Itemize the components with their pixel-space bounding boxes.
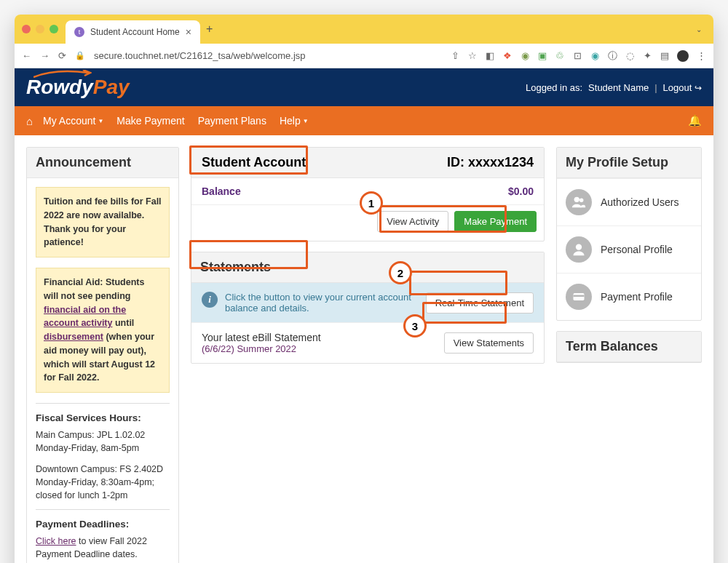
home-icon[interactable]: ⌂ — [26, 115, 33, 127]
statements-panel: Statements i Click the button to view yo… — [191, 252, 545, 364]
ext-icon[interactable]: ⓘ — [607, 49, 617, 63]
ebill-date: (6/6/22) Summer 2022 — [202, 343, 321, 354]
fiscal-hours-line1: Main Campus: JPL 1.02.02 Monday-Friday, … — [36, 428, 170, 455]
deadlines-title: Payment Deadlines: — [36, 517, 170, 532]
maximize-window-icon[interactable] — [50, 25, 58, 33]
make-payment-button[interactable]: Make Payment — [454, 211, 537, 232]
authorized-users-label: Authorized Users — [601, 196, 678, 208]
info-icon: i — [202, 292, 218, 308]
tab-title: Student Account Home — [90, 27, 180, 37]
back-icon[interactable]: ← — [22, 50, 31, 61]
personal-profile-link[interactable]: Personal Profile — [557, 225, 701, 273]
ext-icon[interactable]: ❖ — [502, 50, 513, 61]
browser-tab[interactable]: t Student Account Home × — [66, 20, 200, 44]
logo-text-1: Rowdy — [26, 76, 93, 98]
minimize-window-icon[interactable] — [36, 25, 44, 33]
user-name: Student Name — [588, 82, 649, 93]
ext-icon[interactable]: ◌ — [625, 50, 635, 61]
deadlines-link[interactable]: Click here — [36, 536, 76, 546]
tab-favicon-icon: t — [74, 27, 84, 37]
student-id: ID: xxxxx1234 — [447, 155, 534, 170]
avatar-icon[interactable] — [677, 50, 689, 62]
main-nav: ⌂ My Account▼ Make Payment Payment Plans… — [15, 106, 713, 135]
tabs-chevron-icon[interactable]: ⌄ — [696, 25, 706, 33]
ext-icon[interactable]: ▤ — [660, 50, 670, 61]
statements-info-banner: i Click the button to view your current … — [191, 283, 544, 322]
ext-icon[interactable]: ◉ — [520, 50, 530, 61]
svg-point-0 — [574, 197, 579, 202]
announcement-alert-1: Tuition and fee bills for Fall 2022 are … — [36, 187, 170, 257]
extension-icons: ⇧ ☆ ◧ ❖ ◉ ▣ ♲ ⊡ ◉ ⓘ ◌ ✦ ▤ ⋮ — [450, 49, 706, 63]
caret-down-icon: ▼ — [303, 118, 309, 124]
disbursement-link[interactable]: disbursement — [44, 332, 103, 342]
ext-icon[interactable]: ⊡ — [572, 50, 582, 61]
deadlines-text: Click here to view Fall 2022 Payment Dea… — [36, 535, 170, 561]
balance-amount: $0.00 — [508, 185, 534, 197]
card-icon — [566, 284, 592, 310]
statements-title: Statements — [191, 252, 544, 283]
caret-down-icon: ▼ — [98, 118, 103, 124]
users-icon — [566, 189, 592, 215]
fiscal-hours-title: Fiscal Services Hours: — [36, 411, 170, 426]
balance-label: Balance — [202, 185, 241, 197]
term-balances-title: Term Balances — [557, 332, 701, 362]
profile-setup-panel: My Profile Setup Authorized Users Person… — [556, 147, 702, 321]
browser-tab-bar: t Student Account Home × + ⌄ — [15, 15, 713, 44]
nav-help[interactable]: Help▼ — [280, 115, 309, 127]
tab-close-icon[interactable]: × — [186, 26, 191, 38]
logo-swoosh-icon — [33, 70, 92, 79]
logout-link[interactable]: Logout ↪ — [663, 82, 702, 93]
logo[interactable]: RowdyPay — [26, 76, 130, 99]
announcement-title: Announcement — [27, 148, 178, 178]
ext-icon[interactable]: ◧ — [485, 50, 495, 61]
user-icon — [566, 236, 592, 263]
notifications-icon[interactable]: 🔔 — [688, 114, 702, 127]
app-header: RowdyPay Logged in as: Student Name | Lo… — [15, 68, 713, 106]
student-account-panel: Student Account ID: xxxxx1234 Balance $0… — [191, 147, 545, 241]
statements-info-text: Click the button to view your current ac… — [225, 292, 419, 314]
menu-icon[interactable]: ⋮ — [696, 50, 706, 61]
payment-profile-link[interactable]: Payment Profile — [557, 273, 701, 320]
announcement-panel: Announcement Tuition and fee bills for F… — [26, 147, 179, 563]
view-activity-button[interactable]: View Activity — [377, 211, 448, 232]
nav-my-account[interactable]: My Account▼ — [43, 115, 103, 127]
personal-profile-label: Personal Profile — [601, 244, 673, 255]
window-controls — [22, 25, 58, 33]
svg-rect-4 — [574, 295, 585, 298]
profile-setup-title: My Profile Setup — [557, 148, 701, 178]
header-separator: | — [654, 82, 657, 93]
puzzle-icon[interactable]: ✦ — [642, 50, 652, 61]
fiscal-hours-line2: Downtown Campus: FS 2.402D Monday-Friday… — [36, 463, 170, 502]
svg-point-2 — [576, 244, 582, 250]
payment-profile-label: Payment Profile — [601, 291, 673, 303]
lock-icon: 🔒 — [75, 51, 85, 60]
url-bar[interactable]: secure.touchnet.net/C21612_tsa/web/welco… — [94, 50, 441, 61]
student-account-title: Student Account — [202, 155, 306, 170]
ebill-title: Your latest eBill Statement — [202, 332, 321, 343]
realtime-statement-button[interactable]: Real-Time Statement — [426, 292, 534, 314]
logged-in-prefix: Logged in as: — [526, 82, 582, 93]
share-icon[interactable]: ⇧ — [450, 50, 460, 61]
ext-icon[interactable]: ◉ — [590, 50, 600, 61]
announcement-alert-2: Financial Aid: Students will not see pen… — [36, 268, 170, 393]
term-balances-panel: Term Balances — [556, 331, 702, 363]
authorized-users-link[interactable]: Authorized Users — [557, 178, 701, 225]
ext-icon[interactable]: ♲ — [555, 50, 565, 61]
close-window-icon[interactable] — [22, 25, 31, 33]
nav-make-payment[interactable]: Make Payment — [116, 115, 184, 127]
logout-icon: ↪ — [695, 83, 702, 93]
reload-icon[interactable]: ⟳ — [58, 50, 66, 61]
svg-point-1 — [579, 199, 584, 203]
nav-payment-plans[interactable]: Payment Plans — [198, 115, 266, 127]
logo-text-2: Pay — [93, 76, 130, 98]
browser-toolbar: ← → ⟳ 🔒 secure.touchnet.net/C21612_tsa/w… — [15, 44, 713, 68]
ext-icon[interactable]: ▣ — [537, 50, 547, 61]
forward-icon[interactable]: → — [40, 50, 50, 61]
star-icon[interactable]: ☆ — [467, 50, 478, 61]
view-statements-button[interactable]: View Statements — [444, 332, 534, 354]
new-tab-icon[interactable]: + — [206, 23, 213, 36]
